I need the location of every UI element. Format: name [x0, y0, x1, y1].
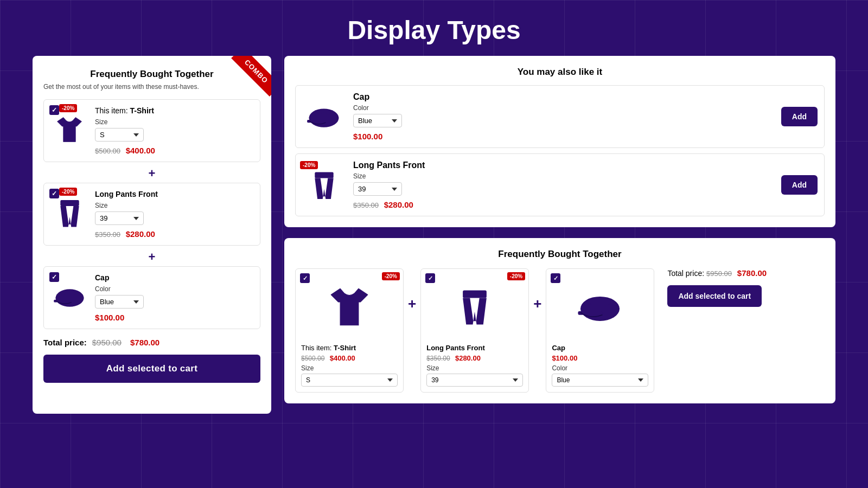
cap-info: Cap Color BlueRedBlack $100.00	[95, 273, 253, 322]
tshirt-checkbox[interactable]	[49, 105, 59, 115]
fbt-tshirt-price: $500.00 $400.00	[301, 354, 398, 362]
pants-name: Long Pants Front	[95, 190, 253, 198]
cap-color-label: Color	[95, 285, 253, 293]
ymal-pants-price: $350.00 $280.00	[353, 200, 774, 209]
fbt-add-to-cart-button[interactable]: Add selected to cart	[667, 285, 762, 307]
fbt-total-original: $950.00	[706, 269, 732, 278]
you-may-panel: You may also like it Cap Color BlueRedBl…	[284, 56, 835, 227]
tshirt-size-label: Size	[95, 118, 253, 126]
ymal-cap-color-select[interactable]: BlueRedBlack	[353, 114, 402, 127]
ymal-pants-name: Long Pants Front	[353, 160, 774, 170]
fbt-total-label: Total price:	[667, 269, 704, 278]
left-total-sale: $780.00	[130, 338, 159, 347]
ymal-cap-price: $100.00	[353, 132, 774, 141]
fbt-cap-price: $100.00	[552, 354, 648, 362]
tshirt-size-select[interactable]: SMLXL	[95, 128, 144, 142]
you-may-title: You may also like it	[295, 67, 825, 78]
fbt-tshirt-discount: -20%	[382, 272, 400, 280]
tshirt-price-original: $500.00	[95, 147, 120, 155]
fbt-tshirt-checkbox[interactable]	[300, 273, 310, 283]
fbt-tshirt-item: -20% This item: T-Shirt $500.00 $400.00 …	[295, 268, 404, 393]
tshirt-price: $500.00 $400.00	[95, 146, 253, 155]
fbt-horizontal-panel: Frequently Bought Together -20% This ite…	[284, 238, 835, 403]
ymal-cap-item: Cap Color BlueRedBlack $100.00 Add	[295, 85, 825, 148]
ymal-pants-size-label: Size	[353, 172, 774, 180]
fbt-pants-discount: -20%	[507, 272, 525, 280]
fbt-summary: Total price: $950.00 $780.00 Add selecte…	[654, 268, 825, 307]
page-title: Display Types	[0, 0, 868, 56]
pants-size-label: Size	[95, 202, 253, 209]
left-product-tshirt: -20% This item: T-Shirt Size SMLXL $500.…	[43, 99, 260, 162]
left-total-original: $950.00	[92, 338, 122, 347]
fbt-tshirt-size-select[interactable]: SMLXL	[301, 374, 398, 387]
fbt-tshirt-size-label: Size	[301, 364, 398, 372]
fbt-pants-name: Long Pants Front	[426, 344, 523, 352]
pants-price-sale: $280.00	[126, 229, 155, 239]
fbt-items-row: -20% This item: T-Shirt $500.00 $400.00 …	[295, 268, 825, 393]
fbt-tshirt-image	[301, 274, 398, 339]
pants-info: Long Pants Front Size 37383940 $350.00 $…	[95, 190, 253, 239]
tshirt-price-sale: $400.00	[126, 146, 155, 155]
fbt-pants-checkbox[interactable]	[425, 273, 435, 283]
right-area: You may also like it Cap Color BlueRedBl…	[284, 56, 835, 414]
fbt-cap-color-label: Color	[552, 364, 648, 372]
fbt-cap-item: Cap $100.00 Color BlueRedBlack	[546, 268, 654, 393]
fbt-pants-price: $350.00 $280.00	[426, 354, 523, 362]
pants-size-select[interactable]: 37383940	[95, 211, 144, 225]
fbt-cap-name: Cap	[552, 344, 648, 352]
ymal-cap-name: Cap	[353, 92, 774, 102]
cap-color-select[interactable]: BlueRedBlack	[95, 295, 144, 309]
ymal-cap-info: Cap Color BlueRedBlack $100.00	[353, 92, 774, 141]
cap-name: Cap	[95, 273, 253, 282]
ymal-pants-info: Long Pants Front Size 37383940 $350.00 $…	[353, 160, 774, 209]
fbt-pants-size-label: Size	[426, 364, 523, 372]
left-product-pants: -20% Long Pants Front Size 37383940 $350…	[43, 183, 260, 246]
pants-price-original: $350.00	[95, 230, 120, 239]
fbt-cap-color-select[interactable]: BlueRedBlack	[552, 374, 648, 387]
pants-checkbox[interactable]	[49, 189, 59, 198]
fbt-horizontal-title: Frequently Bought Together	[295, 249, 825, 260]
left-total-row: Total price: $950.00 $780.00	[43, 338, 260, 347]
cap-checkbox[interactable]	[49, 272, 59, 282]
pants-discount-badge: -20%	[59, 188, 77, 196]
ymal-pants-item: -20% Long Pants Front Size 37383940 $350…	[295, 153, 825, 216]
fbt-total-row: Total price: $950.00 $780.00	[667, 268, 767, 278]
cap-price-single: $100.00	[95, 313, 124, 322]
combo-ribbon-text: COMBO	[231, 56, 271, 97]
pants-image	[50, 194, 88, 232]
left-total-label: Total price:	[43, 338, 87, 347]
pants-price: $350.00 $280.00	[95, 229, 253, 239]
fbt-pants-size-select[interactable]: 37383940	[426, 374, 523, 387]
fbt-cap-checkbox[interactable]	[551, 273, 560, 283]
ymal-pants-size-select[interactable]: 37383940	[353, 182, 402, 196]
ymal-pants-image	[302, 163, 346, 207]
ymal-cap-image	[302, 95, 346, 138]
fbt-pants-image	[426, 274, 523, 339]
tshirt-image	[50, 111, 88, 149]
left-fbt-panel: COMBO Frequently Bought Together Get the…	[33, 56, 271, 414]
fbt-plus-2: +	[529, 296, 546, 312]
plus-1: +	[43, 166, 260, 181]
fbt-pants-item: -20% Long Pants Front $350.00 $280.00 Si…	[420, 268, 529, 393]
ymal-cap-add-button[interactable]: Add	[781, 107, 818, 126]
left-product-cap: Cap Color BlueRedBlack $100.00	[43, 266, 260, 329]
cap-image	[50, 278, 88, 316]
left-add-to-cart-button[interactable]: Add selected to cart	[43, 355, 260, 383]
tshirt-info: This item: T-Shirt Size SMLXL $500.00 $4…	[95, 106, 253, 155]
fbt-cap-image	[552, 274, 648, 339]
ymal-pants-discount: -20%	[300, 161, 318, 169]
fbt-tshirt-name: This item: T-Shirt	[301, 344, 398, 352]
tshirt-discount-badge: -20%	[59, 104, 77, 112]
ymal-pants-add-button[interactable]: Add	[781, 175, 818, 195]
fbt-plus-1: +	[404, 296, 420, 312]
tshirt-name: This item: T-Shirt	[95, 106, 253, 115]
ymal-cap-color-label: Color	[353, 104, 774, 112]
fbt-total-sale: $780.00	[737, 268, 767, 278]
plus-2: +	[43, 250, 260, 264]
cap-price: $100.00	[95, 313, 253, 322]
combo-ribbon: COMBO	[222, 56, 271, 105]
